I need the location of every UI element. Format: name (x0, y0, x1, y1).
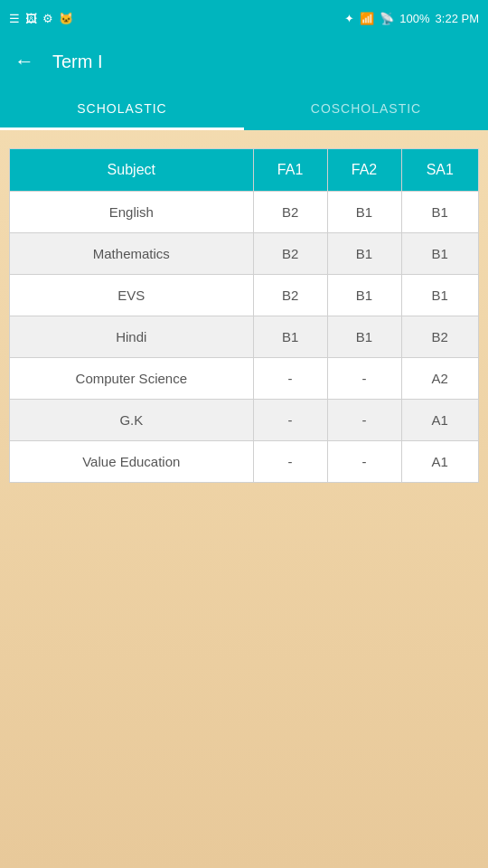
col-subject: Subject (10, 149, 254, 192)
cell-fa2: - (327, 400, 401, 441)
cell-fa1: B1 (253, 316, 327, 358)
cell-fa2: - (327, 358, 401, 400)
table-row: EVSB2B1B1 (10, 275, 479, 316)
cell-fa2: - (327, 441, 401, 483)
wifi-icon: 📶 (360, 12, 374, 25)
cell-subject: Mathematics (10, 233, 254, 275)
top-bar: ← Term I (0, 36, 488, 87)
col-fa1: FA1 (253, 149, 327, 192)
tab-scholastic[interactable]: SCHOLASTIC (0, 87, 244, 130)
col-fa2: FA2 (327, 149, 401, 192)
image-icon: 🖼 (25, 12, 37, 25)
status-bar: ☰ 🖼 ⚙ 🐱 ✦ 📶 📡 100% 3:22 PM (0, 0, 488, 36)
table-header-row: Subject FA1 FA2 SA1 (10, 149, 479, 192)
cell-sa1: B2 (401, 316, 479, 358)
cell-fa2: B1 (327, 192, 401, 233)
table-row: Computer Science--A2 (10, 358, 479, 400)
cat-icon: 🐱 (59, 12, 73, 25)
tab-coscholastic[interactable]: COSCHOLASTIC (244, 87, 488, 130)
page-title: Term I (52, 52, 103, 72)
table-row: MathematicsB2B1B1 (10, 233, 479, 275)
cell-subject: English (10, 192, 254, 233)
cell-subject: EVS (10, 275, 254, 316)
cell-sa1: B1 (401, 275, 479, 316)
cell-sa1: B1 (401, 233, 479, 275)
status-right-icons: ✦ 📶 📡 100% 3:22 PM (344, 12, 479, 25)
cell-subject: Value Education (10, 441, 254, 483)
cell-sa1: A1 (401, 441, 479, 483)
table-row: G.K--A1 (10, 400, 479, 441)
tab-bar: SCHOLASTIC COSCHOLASTIC (0, 87, 488, 130)
table-row: Value Education--A1 (10, 441, 479, 483)
cell-sa1: A1 (401, 400, 479, 441)
cell-subject: Computer Science (10, 358, 254, 400)
grades-table: Subject FA1 FA2 SA1 EnglishB2B1B1Mathema… (9, 148, 479, 483)
table-row: HindiB1B1B2 (10, 316, 479, 358)
network-icon: 📡 (380, 12, 394, 25)
cell-fa1: - (253, 400, 327, 441)
cell-sa1: A2 (401, 358, 479, 400)
cell-sa1: B1 (401, 192, 479, 233)
cell-fa1: - (253, 441, 327, 483)
cell-fa1: B2 (253, 233, 327, 275)
cell-fa2: B1 (327, 316, 401, 358)
cell-subject: Hindi (10, 316, 254, 358)
status-left-icons: ☰ 🖼 ⚙ 🐱 (9, 12, 73, 25)
cell-fa1: - (253, 358, 327, 400)
col-sa1: SA1 (401, 149, 479, 192)
cell-subject: G.K (10, 400, 254, 441)
signal-icon: ✦ (344, 12, 354, 25)
notification-icon: ☰ (9, 12, 20, 25)
cell-fa2: B1 (327, 275, 401, 316)
back-button[interactable]: ← (14, 50, 34, 73)
battery-label: 100% (399, 12, 429, 25)
cell-fa1: B2 (253, 192, 327, 233)
table-row: EnglishB2B1B1 (10, 192, 479, 233)
cell-fa2: B1 (327, 233, 401, 275)
cell-fa1: B2 (253, 275, 327, 316)
time-label: 3:22 PM (436, 12, 479, 25)
main-content: Subject FA1 FA2 SA1 EnglishB2B1B1Mathema… (0, 130, 488, 501)
usb-icon: ⚙ (42, 12, 53, 25)
